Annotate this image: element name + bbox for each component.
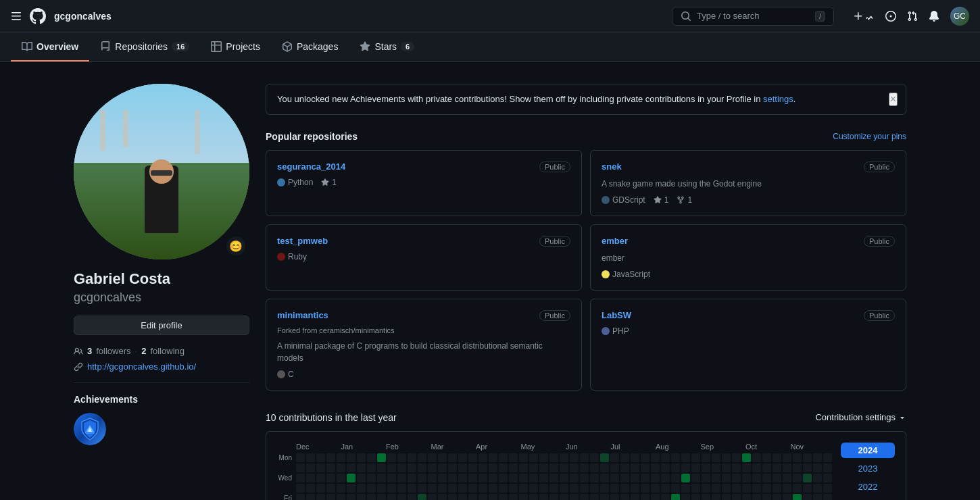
graph-cell[interactable] xyxy=(489,453,497,462)
graph-cell[interactable] xyxy=(316,484,325,493)
graph-cell[interactable] xyxy=(570,484,579,493)
graph-cell[interactable] xyxy=(367,464,376,472)
graph-cell[interactable] xyxy=(347,484,356,493)
graph-cell[interactable] xyxy=(671,494,680,500)
achievement-badge-arctic[interactable] xyxy=(74,413,106,445)
graph-cell[interactable] xyxy=(793,464,802,472)
graph-cell[interactable] xyxy=(316,453,325,462)
graph-cell[interactable] xyxy=(377,453,386,462)
graph-cell[interactable] xyxy=(326,484,335,493)
graph-cell[interactable] xyxy=(560,494,568,500)
graph-cell[interactable] xyxy=(803,494,812,500)
graph-cell[interactable] xyxy=(397,484,406,493)
graph-cell[interactable] xyxy=(499,464,508,472)
graph-cell[interactable] xyxy=(539,474,548,482)
repo-name[interactable]: ember xyxy=(602,236,628,246)
header-username[interactable]: gcgoncalves xyxy=(54,11,112,22)
graph-cell[interactable] xyxy=(367,474,376,482)
graph-cell[interactable] xyxy=(499,484,508,493)
graph-cell[interactable] xyxy=(600,474,609,482)
graph-cell[interactable] xyxy=(590,484,599,493)
graph-cell[interactable] xyxy=(479,474,487,482)
graph-cell[interactable] xyxy=(377,484,386,493)
graph-cell[interactable] xyxy=(438,484,447,493)
graph-cell[interactable] xyxy=(813,484,822,493)
graph-cell[interactable] xyxy=(773,494,781,500)
graph-cell[interactable] xyxy=(428,464,437,472)
graph-cell[interactable] xyxy=(712,494,720,500)
graph-cell[interactable] xyxy=(823,494,832,500)
graph-cell[interactable] xyxy=(712,484,720,493)
graph-cell[interactable] xyxy=(631,464,639,472)
graph-cell[interactable] xyxy=(408,494,416,500)
graph-cell[interactable] xyxy=(428,453,437,462)
graph-cell[interactable] xyxy=(418,474,426,482)
graph-cell[interactable] xyxy=(529,494,538,500)
graph-cell[interactable] xyxy=(448,453,457,462)
repo-card[interactable]: seguranca_2014 Public Python 1 xyxy=(266,150,582,216)
graph-cell[interactable] xyxy=(397,464,406,472)
graph-cell[interactable] xyxy=(823,453,832,462)
graph-cell[interactable] xyxy=(499,453,508,462)
avatar[interactable]: GC xyxy=(950,7,969,26)
graph-cell[interactable] xyxy=(762,494,771,500)
repo-name[interactable]: snek xyxy=(602,161,622,172)
graph-cell[interactable] xyxy=(722,474,731,482)
graph-cell[interactable] xyxy=(468,494,477,500)
graph-cell[interactable] xyxy=(641,474,650,482)
graph-cell[interactable] xyxy=(590,494,599,500)
graph-cell[interactable] xyxy=(377,494,386,500)
graph-cell[interactable] xyxy=(702,484,710,493)
graph-cell[interactable] xyxy=(712,464,720,472)
graph-cell[interactable] xyxy=(408,484,416,493)
graph-cell[interactable] xyxy=(347,464,356,472)
graph-cell[interactable] xyxy=(803,464,812,472)
graph-cell[interactable] xyxy=(529,474,538,482)
graph-cell[interactable] xyxy=(397,494,406,500)
graph-cell[interactable] xyxy=(610,464,619,472)
graph-cell[interactable] xyxy=(458,494,467,500)
graph-cell[interactable] xyxy=(367,484,376,493)
graph-cell[interactable] xyxy=(681,453,690,462)
graph-cell[interactable] xyxy=(489,484,497,493)
graph-cell[interactable] xyxy=(793,494,802,500)
graph-cell[interactable] xyxy=(661,453,670,462)
repo-name[interactable]: minimantics xyxy=(277,310,328,320)
graph-cell[interactable] xyxy=(448,474,457,482)
tab-repositories[interactable]: Repositories 16 xyxy=(89,32,200,61)
graph-cell[interactable] xyxy=(793,484,802,493)
graph-cell[interactable] xyxy=(458,484,467,493)
graph-cell[interactable] xyxy=(418,464,426,472)
graph-cell[interactable] xyxy=(722,494,731,500)
graph-cell[interactable] xyxy=(631,453,639,462)
graph-cell[interactable] xyxy=(580,464,589,472)
graph-cell[interactable] xyxy=(610,453,619,462)
graph-cell[interactable] xyxy=(681,494,690,500)
tab-packages[interactable]: Packages xyxy=(271,32,349,61)
banner-close-button[interactable]: × xyxy=(889,93,898,106)
graph-cell[interactable] xyxy=(803,474,812,482)
graph-cell[interactable] xyxy=(428,474,437,482)
graph-cell[interactable] xyxy=(438,494,447,500)
graph-cell[interactable] xyxy=(468,464,477,472)
graph-cell[interactable] xyxy=(651,474,660,482)
year-button[interactable]: 2023 xyxy=(841,461,895,476)
graph-cell[interactable] xyxy=(448,484,457,493)
graph-cell[interactable] xyxy=(651,484,660,493)
graph-cell[interactable] xyxy=(316,464,325,472)
graph-cell[interactable] xyxy=(600,464,609,472)
graph-cell[interactable] xyxy=(732,464,741,472)
graph-cell[interactable] xyxy=(752,474,761,482)
notifications-button[interactable] xyxy=(929,11,939,22)
graph-cell[interactable] xyxy=(580,474,589,482)
graph-cell[interactable] xyxy=(560,484,568,493)
graph-cell[interactable] xyxy=(570,464,579,472)
graph-cell[interactable] xyxy=(306,453,315,462)
graph-cell[interactable] xyxy=(691,453,700,462)
graph-cell[interactable] xyxy=(509,464,518,472)
graph-cell[interactable] xyxy=(712,453,720,462)
graph-cell[interactable] xyxy=(691,474,700,482)
graph-cell[interactable] xyxy=(468,453,477,462)
graph-cell[interactable] xyxy=(610,484,619,493)
graph-cell[interactable] xyxy=(418,453,426,462)
